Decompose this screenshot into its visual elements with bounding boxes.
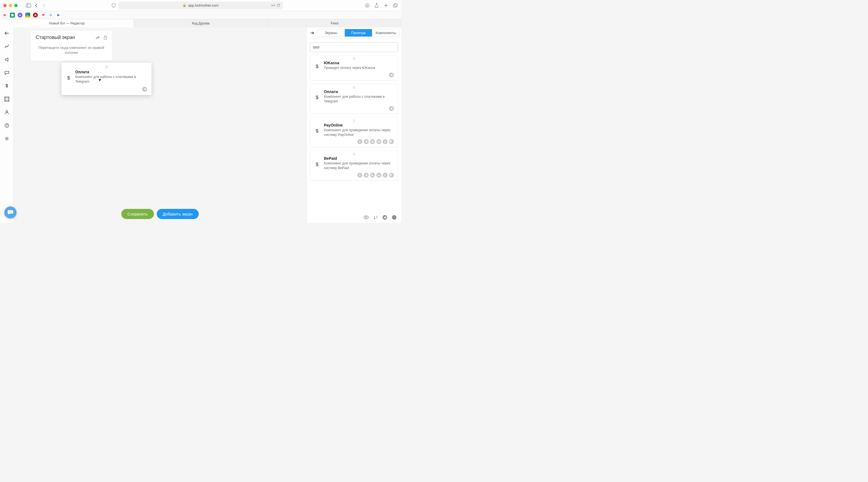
- app-tab-feed[interactable]: Feed: [268, 19, 401, 27]
- app-tab-label: Новый бот — Редактор: [49, 22, 85, 25]
- search-input[interactable]: [313, 45, 395, 50]
- ok-icon: [383, 173, 388, 178]
- palette-item-title: BePaid: [324, 156, 394, 161]
- browser-right-controls: [365, 3, 398, 8]
- bookmark-app2[interactable]: ▶: [56, 12, 61, 18]
- palette-item-payonline[interactable]: ☰ $ PayOnline Компонент для проведения о…: [310, 117, 398, 148]
- share-screen-icon[interactable]: [96, 36, 100, 39]
- palette-item-desc: Компонент для проведения оплаты через си…: [324, 161, 394, 170]
- canvas[interactable]: Стартовый экран Перетащите сюда компонен…: [14, 27, 306, 223]
- tabs-overview-icon[interactable]: [393, 3, 398, 8]
- dollar-icon: $: [314, 158, 320, 170]
- svg-point-25: [11, 212, 12, 212]
- palette-item-desc: Компонент для работы с платежами в Teleg…: [324, 94, 394, 104]
- editor-icon[interactable]: [4, 96, 10, 102]
- new-tab-icon[interactable]: [383, 3, 389, 8]
- help-icon[interactable]: ?: [4, 122, 10, 128]
- palette-item-oplata[interactable]: ☰ $ Оплата Компонент для работы с платеж…: [310, 84, 398, 114]
- palette-item-title: ЮKassa: [324, 61, 394, 65]
- tab-palette[interactable]: Палитра: [345, 29, 372, 36]
- palette-item-bepaid[interactable]: ☰ $ BePaid Компонент для проведения опла…: [310, 151, 398, 181]
- viber-icon: [370, 139, 375, 144]
- window-controls: [3, 4, 18, 7]
- drop-hint: Перетащите сюда компонент из правой коло…: [31, 42, 112, 61]
- search-box[interactable]: [310, 42, 398, 52]
- lock-screen-icon[interactable]: [104, 35, 107, 39]
- left-sidebar: $ ? i: [0, 27, 14, 223]
- window-close[interactable]: [3, 4, 7, 7]
- bookmark-sheets[interactable]: ▦: [10, 12, 15, 18]
- messenger-link-icon[interactable]: [392, 215, 397, 220]
- workspace: $ ? i Стартовый экран Перетащите сюда ко…: [0, 27, 401, 223]
- palette-item-desc: Компонент для проведения оплаты через си…: [324, 128, 394, 137]
- telegram-icon: [389, 106, 394, 111]
- bookmark-drive[interactable]: ▲: [25, 12, 30, 18]
- viber-icon: [370, 173, 375, 178]
- window-minimize[interactable]: [9, 4, 12, 7]
- drag-handle-icon[interactable]: ☰: [66, 66, 147, 68]
- drag-handle-icon[interactable]: ☰: [314, 87, 394, 88]
- window-maximize[interactable]: [14, 4, 18, 7]
- preview-icon[interactable]: [364, 215, 369, 220]
- telegram-icon: [364, 139, 369, 144]
- add-screen-button[interactable]: Добавить экран: [156, 209, 199, 219]
- tab-components[interactable]: Компоненты: [372, 29, 399, 36]
- bookmark-mail[interactable]: ✉: [41, 12, 45, 18]
- vk-icon: [376, 173, 381, 178]
- bookmarks-bar: M ▦ ● ▲ A ✉ G ▶: [0, 11, 401, 19]
- drag-handle-icon[interactable]: ☰: [314, 154, 394, 155]
- screen-card[interactable]: Стартовый экран Перетащите сюда компонен…: [31, 31, 112, 61]
- url-text: app.botmother.com: [188, 3, 218, 7]
- address-bar[interactable]: 🔒 app.botmother.com ⊚A: [118, 2, 283, 9]
- download-icon[interactable]: [365, 3, 370, 8]
- right-footer: [364, 215, 397, 220]
- telegram-icon: [364, 173, 369, 178]
- app-tab-editor[interactable]: Новый бот — Редактор: [0, 19, 134, 27]
- dragging-component[interactable]: ☰ $ Оплата Компонент для работы с платеж…: [61, 63, 152, 95]
- share-icon[interactable]: [374, 3, 379, 8]
- chat-icon[interactable]: [4, 70, 10, 76]
- svg-point-19: [384, 174, 385, 175]
- whatsapp-icon: [389, 173, 394, 178]
- dollar-icon: $: [314, 63, 320, 70]
- sidebar-toggle-icon[interactable]: [26, 3, 31, 8]
- screen-title: Стартовый экран: [36, 35, 92, 40]
- reload-icon[interactable]: [277, 4, 280, 7]
- bookmark-app1[interactable]: ●: [18, 12, 23, 18]
- save-button[interactable]: Сохранить: [121, 209, 154, 219]
- bookmark-gmail[interactable]: M: [2, 12, 7, 18]
- palette-list: ☰ $ ЮKassa Проводит оплату через ЮKassa …: [307, 55, 401, 184]
- facebook-icon: [358, 173, 362, 178]
- bookmark-google[interactable]: G: [48, 12, 53, 18]
- palette-item-title: PayOnline: [324, 123, 394, 127]
- collapse-panel-icon[interactable]: [308, 31, 316, 35]
- nav-back-icon[interactable]: [33, 3, 39, 8]
- app-tab-label: Код Дурова: [192, 22, 210, 25]
- tab-screens[interactable]: Экраны: [317, 29, 345, 36]
- broadcast-icon[interactable]: [4, 57, 10, 63]
- whatsapp-icon: [389, 139, 394, 144]
- back-icon[interactable]: [4, 30, 10, 36]
- nav-forward-icon[interactable]: [41, 3, 46, 8]
- component-title: Оплата: [75, 70, 147, 74]
- users-icon[interactable]: [4, 109, 10, 115]
- telegram-icon: [142, 87, 147, 92]
- palette-item-title: Оплата: [324, 90, 394, 94]
- telegram-link-icon[interactable]: [382, 215, 388, 220]
- drag-handle-icon[interactable]: ☰: [314, 120, 394, 122]
- payments-icon[interactable]: $: [4, 83, 10, 89]
- svg-point-11: [6, 110, 8, 112]
- bookmark-a[interactable]: A: [33, 12, 38, 18]
- support-chat-button[interactable]: [4, 206, 17, 219]
- translate-icon[interactable]: ⊚A: [271, 4, 275, 7]
- drag-handle-icon[interactable]: ☰: [314, 58, 394, 59]
- analytics-icon[interactable]: [4, 43, 10, 50]
- svg-text:?: ?: [6, 124, 7, 127]
- view-tabs: Экраны Палитра Компоненты: [317, 29, 400, 37]
- sort-icon[interactable]: [373, 215, 378, 220]
- settings-icon[interactable]: [4, 136, 10, 141]
- palette-item-yookassa[interactable]: ☰ $ ЮKassa Проводит оплату через ЮKassa: [310, 55, 398, 81]
- app-tab-kod[interactable]: Код Дурова: [134, 19, 268, 27]
- app-tabs: Новый бот — Редактор Код Дурова Feed: [0, 19, 401, 27]
- facebook-icon: [358, 139, 362, 144]
